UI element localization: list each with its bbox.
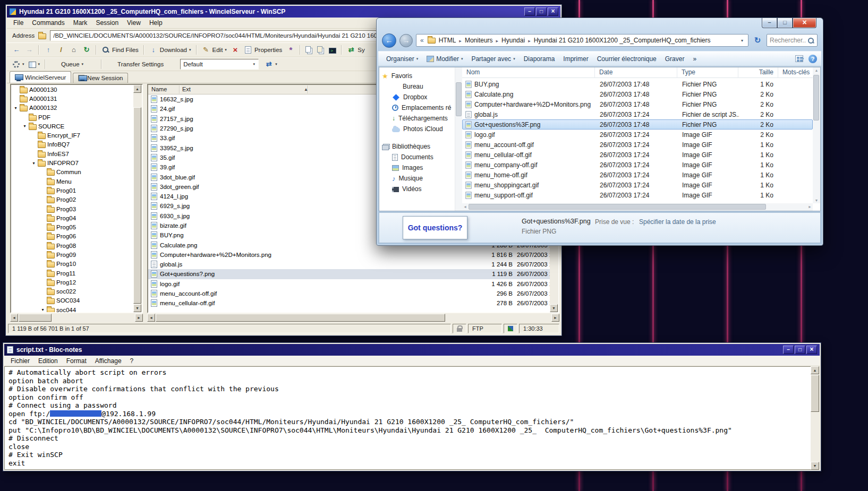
scroll-left-icon[interactable]: ◄ bbox=[463, 205, 467, 209]
menu-item[interactable]: Affichage bbox=[91, 357, 126, 365]
tree-node[interactable]: Prog12 bbox=[11, 278, 133, 287]
tree-node[interactable]: Menu bbox=[11, 177, 133, 186]
toolbar-button[interactable]: Find Files bbox=[100, 45, 140, 55]
toolbar-button[interactable]: Transfer Settings bbox=[105, 59, 165, 70]
file-list-header[interactable]: NomDateTypeTailleMots-clés bbox=[462, 67, 813, 78]
toolbar-button[interactable]: Edit bbox=[200, 45, 228, 55]
scroll-down-icon[interactable] bbox=[133, 304, 141, 312]
sidebar-item[interactable]: Musique bbox=[379, 173, 455, 184]
tree-node[interactable]: PDF bbox=[11, 113, 133, 122]
scrollbar-thumb[interactable] bbox=[813, 75, 819, 120]
file-row[interactable]: global.js 1 244 B 26/07/2003 1 bbox=[148, 260, 550, 269]
breadcrumb-item[interactable]: HTML bbox=[437, 37, 458, 44]
expanded-indicator-icon[interactable] bbox=[13, 106, 18, 110]
menu-item[interactable]: Mark bbox=[69, 18, 92, 28]
sidebar-item[interactable]: Documents bbox=[379, 152, 455, 162]
tree-node[interactable]: SOURCE bbox=[11, 122, 133, 131]
scroll-left-icon[interactable] bbox=[10, 314, 18, 322]
scrollbar-thumb[interactable] bbox=[156, 314, 445, 322]
file-row[interactable]: Computer+hardware+%2D+Monitors.png 1 816… bbox=[148, 250, 550, 260]
file-row[interactable]: BUY.png 26/07/2003 17:48 Fichier PNG 1 K… bbox=[462, 79, 813, 89]
toolbar-button[interactable] bbox=[86, 59, 98, 70]
toolbar-button[interactable]: Default bbox=[166, 58, 262, 71]
file-row[interactable]: logo.gif 26/07/2003 17:24 Image GIF 2 Ko bbox=[462, 130, 813, 140]
tree-node[interactable]: InfoBQ7 bbox=[11, 140, 133, 149]
scrollbar-thumb[interactable] bbox=[133, 107, 141, 304]
sidebar-item[interactable]: Favoris bbox=[379, 71, 455, 81]
toolbar-button[interactable] bbox=[68, 45, 80, 55]
column-header[interactable]: Nom bbox=[462, 67, 595, 78]
file-row[interactable]: menu_home-off.gif 26/07/2003 17:24 Image… bbox=[462, 170, 813, 180]
sidebar-item[interactable]: Bureau bbox=[379, 81, 455, 92]
toolbar-button[interactable] bbox=[101, 59, 102, 69]
scroll-right-icon[interactable] bbox=[551, 314, 559, 322]
command-button[interactable]: Courrier électronique bbox=[593, 54, 660, 64]
toolbar-button[interactable]: Download bbox=[148, 45, 193, 55]
forward-button[interactable] bbox=[399, 34, 413, 47]
toolbar-button[interactable] bbox=[45, 59, 46, 69]
menu-item[interactable]: File bbox=[9, 18, 28, 28]
toolbar-button[interactable]: Properties bbox=[242, 45, 284, 55]
scroll-up-icon[interactable] bbox=[133, 85, 141, 93]
file-preview-thumbnail[interactable]: Got questions? bbox=[403, 216, 467, 239]
files-horizontal-scrollbar[interactable] bbox=[147, 314, 559, 322]
tree-node[interactable]: Prog10 bbox=[11, 260, 133, 269]
menu-item[interactable]: Help bbox=[145, 18, 167, 28]
address-combo[interactable]: /BD_WINCIEL/DOCUMENTS/A0000132/SOURCE/IN… bbox=[50, 30, 396, 41]
file-row[interactable]: menu_shoppingcart.gif 26/07/2003 17:24 I… bbox=[462, 180, 813, 190]
minimize-button[interactable] bbox=[762, 18, 777, 28]
column-header[interactable]: Date bbox=[595, 67, 677, 78]
breadcrumb-item[interactable]: Hyundai 21 G210 1600X1200 _25_ComputerHQ… bbox=[532, 37, 712, 44]
breadcrumb-item[interactable]: Hyundai bbox=[500, 37, 526, 44]
notepad-vertical-scrollbar[interactable] bbox=[811, 366, 820, 470]
command-button[interactable]: Diaporama bbox=[520, 54, 559, 64]
tree-node[interactable]: Prog06 bbox=[11, 232, 133, 241]
toolbar-button[interactable] bbox=[81, 45, 92, 55]
maximize-button[interactable] bbox=[777, 18, 793, 28]
file-row[interactable]: Calculate.png 26/07/2003 17:48 Fichier P… bbox=[462, 89, 813, 99]
tree-node[interactable]: Prog02 bbox=[11, 195, 133, 204]
tree-node[interactable]: A0000130 bbox=[11, 85, 133, 94]
breadcrumb-overflow-chevron[interactable]: « bbox=[418, 37, 426, 44]
toolbar-button[interactable] bbox=[263, 59, 279, 70]
scroll-up-icon[interactable] bbox=[811, 366, 819, 374]
sidebar-item[interactable]: Vidéos bbox=[379, 184, 455, 194]
command-button[interactable]: Imprimer bbox=[559, 54, 592, 64]
notepad-text-area[interactable]: # Automatically abort script on errors o… bbox=[4, 366, 811, 470]
scrollbar-thumb[interactable] bbox=[19, 314, 52, 322]
column-header[interactable]: Taille bbox=[738, 67, 778, 78]
toolbar-button[interactable] bbox=[285, 45, 296, 55]
column-header-name[interactable]: Name bbox=[151, 86, 167, 92]
breadcrumb[interactable]: « HTML Moniteurs Hyundai Hyundai 21 G210… bbox=[416, 34, 748, 47]
sidebar-item[interactable]: Téléchargements bbox=[379, 113, 455, 124]
session-tab[interactable]: WincielServeur bbox=[10, 71, 71, 83]
transfer-settings-combo[interactable]: Default bbox=[180, 59, 259, 70]
column-header[interactable]: Type bbox=[677, 67, 738, 78]
toolbar-button[interactable] bbox=[38, 45, 39, 55]
combo-arrow-icon[interactable] bbox=[250, 62, 258, 66]
tree-node[interactable]: Commun bbox=[11, 168, 133, 177]
file-row[interactable]: menu_cellular-off.gif 278 B 26/07/2003 1 bbox=[148, 298, 550, 308]
tree-node[interactable]: INFOPRO7 bbox=[11, 158, 133, 167]
winscp-titlebar[interactable]: Hyundai 21 G210 1600X1200 _25_ComputerHQ… bbox=[7, 6, 560, 18]
scrollbar-thumb[interactable] bbox=[456, 82, 462, 116]
expanded-indicator-icon[interactable] bbox=[22, 124, 27, 128]
close-button[interactable] bbox=[548, 7, 558, 16]
column-header-ext[interactable]: Ext bbox=[182, 86, 191, 92]
tree-node[interactable]: Prog03 bbox=[11, 204, 133, 213]
tree-node[interactable]: Encrypt_IF7 bbox=[11, 131, 133, 140]
session-tab[interactable]: New Session bbox=[73, 73, 128, 83]
refresh-icon[interactable] bbox=[752, 35, 763, 46]
details-shot-value[interactable]: Spécifier la date de la prise bbox=[639, 218, 716, 226]
toolbar-button[interactable] bbox=[42, 45, 54, 55]
minimize-button[interactable] bbox=[783, 346, 794, 354]
toolbar-button[interactable] bbox=[23, 45, 35, 55]
tree-node[interactable]: InfoES7 bbox=[11, 149, 133, 158]
file-row[interactable]: menu_company-off.gif 26/07/2003 17:24 Im… bbox=[462, 160, 813, 170]
scroll-right-icon[interactable] bbox=[135, 314, 143, 322]
toolbar-button[interactable] bbox=[11, 45, 22, 55]
toolbar-button[interactable] bbox=[300, 45, 301, 55]
maximize-button[interactable] bbox=[795, 346, 805, 354]
minimize-button[interactable] bbox=[524, 7, 535, 16]
sidebar-item[interactable] bbox=[379, 194, 455, 205]
